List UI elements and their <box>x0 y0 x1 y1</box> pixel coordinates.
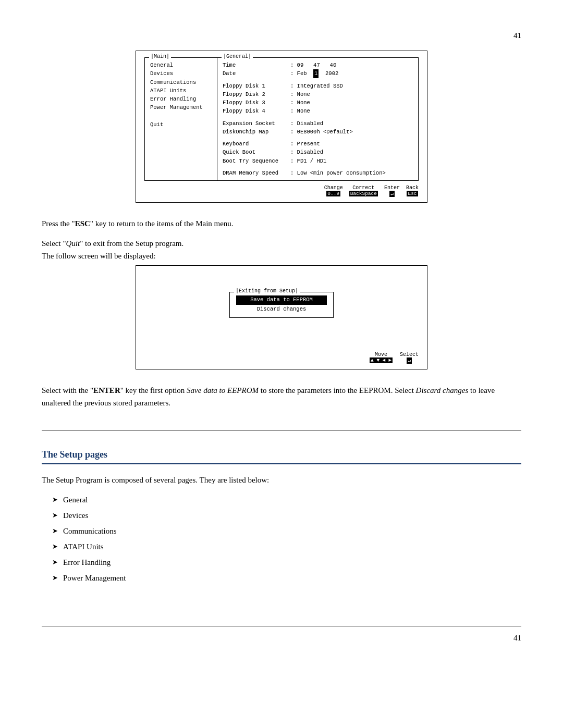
text-quit-instruction: Select "Quit" to exit from the Setup pro… <box>42 237 521 262</box>
bios-date-row: Date : Feb 1 2002 <box>223 69 413 78</box>
text-enter-instruction: Select with the "ENTER" key the first op… <box>42 384 521 409</box>
bios-diskonchip-row: DiskOnChip Map : 0E8000h <Default> <box>223 128 413 136</box>
bios-floppy4-row: Floppy Disk 4 : None <box>223 107 413 115</box>
bios-floppy2-row: Floppy Disk 2 : None <box>223 90 413 98</box>
bios-footer-enter: Enter ↵ <box>384 185 400 197</box>
bios-menu-quit: Quit <box>150 120 212 129</box>
bios-menu-error: Error Handling <box>150 95 212 103</box>
section-heading-setup-pages: The Setup pages <box>42 449 521 464</box>
bios-menu-power: Power Management <box>150 103 212 112</box>
bios-screen-1: |Main| General Devices Communications AT… <box>136 51 427 203</box>
list-item-general: ➤ General <box>52 493 521 506</box>
bios-main-panel: |Main| General Devices Communications AT… <box>144 57 217 181</box>
bullet-arrow-power: ➤ <box>52 573 58 584</box>
bullet-arrow-general: ➤ <box>52 495 58 505</box>
exit-box-title: |Exiting from Setup| <box>234 288 300 294</box>
bios-footer-correct: Correct BackSpace <box>349 185 378 197</box>
bios-screen-2: |Exiting from Setup| Save data to EEPROM… <box>136 265 427 369</box>
bios-date-day: 1 <box>313 69 319 78</box>
bullet-arrow-atapi: ➤ <box>52 541 58 552</box>
bullet-arrow-error: ➤ <box>52 557 58 568</box>
text-esc-instruction: Press the "ESC" key to return to the ite… <box>42 217 521 230</box>
bios-menu-spacer <box>150 112 212 120</box>
exit-option-discard: Discard changes <box>236 305 327 314</box>
bios-quickboot-row: Quick Boot : Disabled <box>223 148 413 156</box>
bios-footer-change: Change 0..9 <box>324 185 343 197</box>
list-item-label-communications: Communications <box>63 525 117 537</box>
bios-time-row: Time : 09 47 40 <box>223 61 413 69</box>
bios-footer-1: Change 0..9 Correct BackSpace Enter ↵ Ba… <box>144 185 419 197</box>
section-intro-text: The Setup Program is composed of several… <box>42 474 521 486</box>
setup-pages-list: ➤ General ➤ Devices ➤ Communications ➤ A… <box>42 493 521 584</box>
exit-option-save: Save data to EEPROM <box>236 295 327 305</box>
list-item-atapi: ➤ ATAPI Units <box>52 540 521 553</box>
bios-menu-atapi: ATAPI Units <box>150 87 212 95</box>
bios-menu-communications: Communications <box>150 78 212 87</box>
bios-floppy1-row: Floppy Disk 1 : Integrated SSD <box>223 82 413 90</box>
bios-footer-move: Move ▲ ▼ ◄ ► <box>370 352 393 364</box>
bios-general-title: |General| <box>222 54 253 59</box>
bios-footer-2: Move ▲ ▼ ◄ ► Select ↵ <box>370 352 419 364</box>
bios-expansion-row: Expansion Socket : Disabled <box>223 119 413 128</box>
bullet-arrow-communications: ➤ <box>52 526 58 537</box>
page-number-bottom: 41 <box>42 634 521 643</box>
list-item-communications: ➤ Communications <box>52 525 521 537</box>
exit-box: |Exiting from Setup| Save data to EEPROM… <box>229 292 334 318</box>
section-divider-top <box>42 430 521 430</box>
bios-footer-back: Back Esc <box>406 185 419 197</box>
bios-menu-general: General <box>150 61 212 69</box>
list-item-power: ➤ Power Management <box>52 572 521 584</box>
bios-keyboard-row: Keyboard : Present <box>223 140 413 148</box>
list-item-label-power: Power Management <box>63 572 126 584</box>
bios-main-title: |Main| <box>149 54 171 59</box>
bullet-arrow-devices: ➤ <box>52 510 58 521</box>
list-item-error: ➤ Error Handling <box>52 556 521 569</box>
list-item-label-devices: Devices <box>63 509 88 522</box>
list-item-label-atapi: ATAPI Units <box>63 540 104 553</box>
page-number-top: 41 <box>42 31 521 40</box>
bios-general-panel: |General| Time : 09 47 40 Date : Feb 1 2… <box>217 57 419 181</box>
list-item-devices: ➤ Devices <box>52 509 521 522</box>
section-divider-bottom <box>42 626 521 626</box>
bios-footer-select: Select ↵ <box>400 352 419 364</box>
bios-floppy3-row: Floppy Disk 3 : None <box>223 98 413 107</box>
bios-bootseq-row: Boot Try Sequence : FD1 / HD1 <box>223 157 413 165</box>
bios-dram-row: DRAM Memory Speed : Low <min power consu… <box>223 169 413 177</box>
bios-menu-devices: Devices <box>150 69 212 78</box>
list-item-label-general: General <box>63 493 88 506</box>
list-item-label-error: Error Handling <box>63 556 111 569</box>
